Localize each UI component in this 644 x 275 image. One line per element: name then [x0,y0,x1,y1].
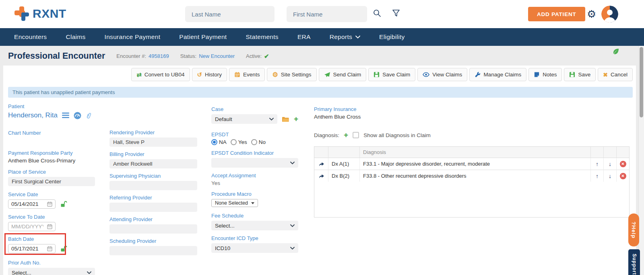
convert-icon: ⇄ [136,71,142,78]
nav-insurance-payment[interactable]: Insurance Payment [105,33,161,41]
batch-date-input[interactable] [8,244,56,253]
help-tab-label: Help [631,225,637,238]
filter-icon[interactable] [391,8,401,20]
open-case-folder-icon[interactable] [282,116,289,122]
move-down-button[interactable]: ↓ [603,158,616,170]
cancel-button[interactable]: ✖ Cancel [598,68,633,81]
radio-icon [251,139,257,145]
delete-diagnosis-button[interactable]: ✕ [616,158,629,170]
attachment-paperclip-icon[interactable] [86,112,92,119]
events-button[interactable]: Events [229,68,265,81]
delete-diagnosis-button[interactable]: ✕ [616,170,629,182]
vertical-scrollbar[interactable] [638,46,644,275]
save-claim-button[interactable]: Save Claim [368,68,415,81]
nav-eligibility[interactable]: Eligibility [379,33,405,41]
add-case-icon[interactable]: + [294,116,298,122]
diagnosis-section-label: Diagnosis: [314,132,339,138]
rxnt-logo[interactable]: RXNT [13,5,66,22]
nav-era[interactable]: ERA [297,33,311,41]
place-of-service-input[interactable]: First Surgical Center [8,177,95,186]
move-up-button[interactable]: ↑ [590,158,603,170]
rendering-provider-input[interactable]: Hall, Steve P [109,138,197,147]
add-diagnosis-icon[interactable]: + [344,132,348,138]
unlock-icon[interactable] [60,201,67,207]
nav-statements[interactable]: Statements [246,33,278,41]
patient-menu-icon[interactable] [62,113,69,118]
support-tab[interactable]: Support [628,249,640,275]
convert-to-ub04-button[interactable]: ⇄ Convert to UB04 [131,68,190,81]
active-label: Active: [246,53,262,59]
prior-auth-select[interactable]: Select... [8,268,95,275]
service-date-value[interactable] [11,201,43,207]
help-tab[interactable]: ? Help [628,213,639,246]
first-name-input[interactable] [287,6,367,22]
patient-dashboard-icon[interactable] [74,112,81,119]
convert-label: Convert to UB04 [144,72,185,78]
status-value: New Encounter [199,53,235,59]
history-button[interactable]: ↺ History [192,68,227,81]
show-all-diagnosis-checkbox[interactable] [353,132,359,138]
calendar-icon[interactable] [47,224,52,229]
nav-claims[interactable]: Claims [66,33,85,41]
main-nav: Encounters Claims Insurance Payment Pati… [0,28,644,46]
referring-provider-input[interactable] [109,203,197,212]
redo-arrow-icon[interactable] [318,173,324,179]
user-avatar[interactable] [601,6,618,23]
scheduling-provider-input[interactable] [109,246,197,255]
attending-provider-input[interactable] [109,224,197,234]
nav-encounters[interactable]: Encounters [14,33,47,41]
epsdt-label: EPSDT [211,131,298,138]
search-icon[interactable] [372,8,382,20]
last-name-input[interactable] [185,6,275,22]
page-title-row: Professional Encounter Encounter #: 4958… [8,51,269,61]
batch-date-value[interactable] [11,246,43,252]
wrench-icon [475,72,481,78]
notes-label: Notes [543,72,557,78]
encounter-card: ⇄ Convert to UB04 ↺ History Events ⚙ Sit… [3,66,636,275]
manage-claims-button[interactable]: Manage Claims [469,68,526,81]
diagnosis-table-header: Diagnosis [314,147,629,158]
nav-patient-payment[interactable]: Patient Payment [179,33,227,41]
redo-arrow-icon[interactable] [318,161,324,166]
radio-icon [231,139,237,145]
encounter-number[interactable]: 4958169 [149,53,169,59]
service-to-date-input[interactable] [8,222,56,231]
dx-code-cell: Dx A(1) [328,158,359,170]
view-claims-button[interactable]: View Claims [417,68,467,81]
encounter-icd-type-label: Encounter ICD Type [211,235,298,241]
unlock-icon[interactable] [60,245,67,252]
encounter-icd-type-select[interactable]: ICD10 [211,243,298,253]
view-claims-label: View Claims [432,72,462,78]
fee-schedule-select[interactable]: Select... [211,221,298,230]
leaf-icon[interactable] [612,47,620,57]
scrollbar-thumb[interactable] [640,47,643,117]
procedure-macro-dropdown[interactable]: None Selected [211,199,258,207]
diagnosis-table: Diagnosis Dx A(1) F33.1 - Major depressi… [314,146,630,218]
supervising-physician-input[interactable] [109,181,197,190]
epsdt-condition-indicator-select[interactable] [211,158,298,168]
save-button[interactable]: Save [564,68,596,81]
add-patient-button[interactable]: ADD PATIENT [528,7,585,21]
epsdt-radio-no[interactable]: No [251,139,266,145]
calendar-icon[interactable] [47,201,52,207]
notes-button[interactable]: Notes [528,68,562,81]
site-settings-label: Site Settings [281,72,312,78]
settings-gear-icon[interactable]: ⚙ [587,7,596,21]
service-date-input[interactable] [8,199,56,209]
nav-reports[interactable]: Reports [330,33,360,41]
place-of-service-label: Place of Service [8,169,95,175]
billing-provider-input[interactable]: Amber Rockwell [109,159,197,168]
case-select[interactable]: Default [211,114,277,124]
move-down-button[interactable]: ↓ [603,170,616,182]
epsdt-radio-na[interactable]: NA [211,139,227,145]
accept-assignment-label: Accept Assignment [211,172,298,179]
site-settings-button[interactable]: ⚙ Site Settings [267,68,316,81]
send-claim-button[interactable]: Send Claim [319,68,367,81]
move-up-button[interactable]: ↑ [590,170,603,182]
service-to-date-value[interactable] [11,224,43,230]
calendar-icon[interactable] [47,246,52,251]
patient-name-link[interactable]: Henderson, Rita [8,111,58,119]
epsdt-radio-yes[interactable]: Yes [231,139,247,145]
active-check-icon: ✔ [264,53,269,60]
save-label: Save [578,72,590,78]
